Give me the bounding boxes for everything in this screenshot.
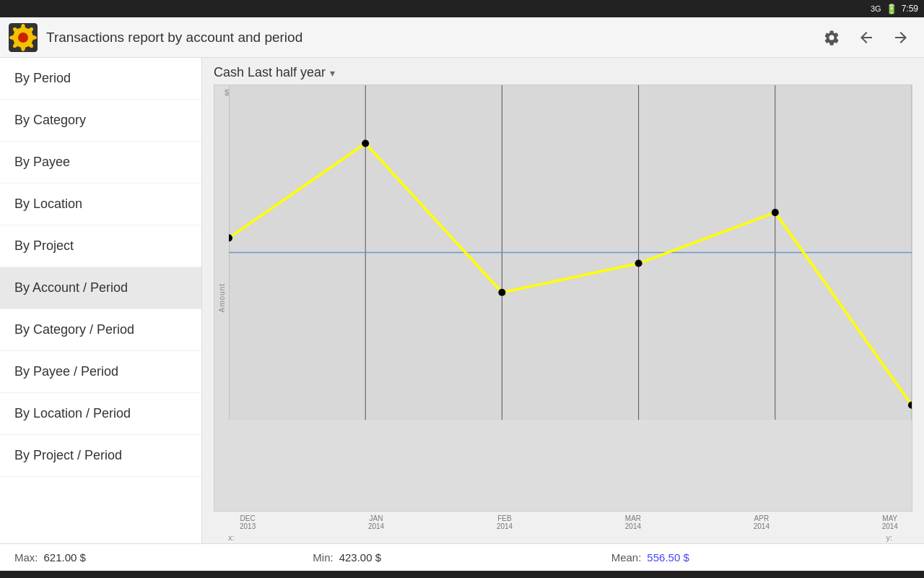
svg-point-23 [772,209,779,216]
x-label-apr: APR 2014 [754,514,770,530]
top-bar-actions [817,23,915,52]
svg-point-5 [30,35,37,40]
forward-button[interactable] [886,23,915,52]
app-icon [9,23,38,52]
x-label-feb: FEB 2014 [497,514,513,530]
x-coord-label: x: [228,533,235,542]
sidebar-item-by-period[interactable]: By Period [0,58,201,100]
bottom-nav [0,571,924,578]
chart-header: Cash Last half year ▾ [214,65,912,80]
battery-icon: 🔋 [886,4,897,14]
sidebar-item-by-payee[interactable]: By Payee [0,142,201,184]
y-coord-label: y: [886,533,892,542]
stat-max: Max: 621.00 $ [14,551,313,564]
x-label-may: MAY 2014 [882,514,898,530]
app-title: Transactions report by account and perio… [46,30,808,46]
sidebar-item-by-location-period[interactable]: By Location / Period [0,393,201,435]
svg-point-9 [9,35,17,40]
mean-label: Mean: [611,551,642,564]
x-label-jan: JAN 2014 [368,514,384,530]
stat-mean: Mean: 556.50 $ [611,551,910,564]
time-display: 7:59 [902,4,918,14]
chart-x-labels: DEC 2013 JAN 2014 FEB 2014 MAR 2014 APR … [214,512,912,532]
mean-value: 556.50 $ [647,551,689,564]
sidebar-item-by-payee-period[interactable]: By Payee / Period [0,351,201,393]
min-label: Min: [313,551,333,564]
sidebar-item-by-project-period[interactable]: By Project / Period [0,435,201,477]
sidebar-item-by-account-period[interactable]: By Account / Period [0,267,201,309]
settings-button[interactable] [817,23,846,52]
svg-point-22 [635,260,642,267]
sidebar-item-by-category[interactable]: By Category [0,100,201,142]
svg-point-21 [498,289,505,296]
chart-container[interactable]: $ Amount [214,85,912,512]
max-label: Max: [14,551,38,564]
main-layout: By Period By Category By Payee By Locati… [0,58,924,543]
sidebar-item-by-project[interactable]: By Project [0,225,201,267]
chart-coords: x: y: [214,532,912,543]
svg-point-3 [21,24,25,31]
signal-icon: 3G [871,4,881,13]
chart-area: Cash Last half year ▾ $ Amount [202,58,924,543]
sidebar: By Period By Category By Payee By Locati… [0,58,202,543]
sidebar-item-by-category-period[interactable]: By Category / Period [0,309,201,351]
y-axis-label: Amount [218,283,226,312]
x-label-mar: MAR 2014 [625,514,641,530]
chart-title: Cash Last half year [214,65,326,80]
stat-min: Min: 423.00 $ [313,551,611,564]
x-label-dec: DEC 2013 [240,514,256,530]
chart-svg [229,85,912,420]
svg-point-20 [362,139,369,147]
min-value: 423.00 $ [339,551,381,564]
back-button[interactable] [852,23,881,52]
svg-point-7 [21,44,25,51]
status-bar: 3G 🔋 7:59 [0,0,924,17]
stats-bar: Max: 621.00 $ Min: 423.00 $ Mean: 556.50… [0,543,924,571]
top-bar: Transactions report by account and perio… [0,17,924,58]
sidebar-item-by-location[interactable]: By Location [0,184,201,225]
svg-point-2 [18,33,28,43]
max-value: 621.00 $ [44,551,86,564]
chart-dropdown-arrow[interactable]: ▾ [330,67,335,79]
x-coord-value [240,533,881,542]
